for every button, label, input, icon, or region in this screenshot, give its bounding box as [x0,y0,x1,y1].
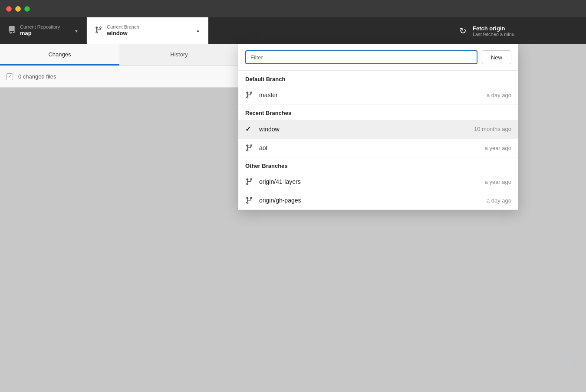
branch-time-master: a day ago [487,92,511,98]
branch-item-41-layers[interactable]: origin/41-layers a year ago [238,173,518,191]
branch-item-aot[interactable]: aot a year ago [238,139,518,157]
fullscreen-button[interactable] [24,6,30,12]
branch-name-master: master [259,91,487,98]
branch-icon-41-layers [245,178,255,186]
branch-name-window: window [259,126,474,133]
fetch-text: Fetch origin Last fetched a minu [473,25,514,37]
branch-check-window: ✓ [245,125,255,133]
changed-files-row: ✓ 0 changed files [0,66,239,88]
changed-files-label: 0 changed files [18,73,56,80]
fetch-icon: ↻ [459,26,467,36]
branch-icon-aot [245,144,255,152]
branch-time-aot: a year ago [485,145,511,151]
recent-branch-header: Recent Branches [238,105,518,120]
branch-time-41-layers: a year ago [485,179,511,185]
branch-icon [95,26,102,36]
default-branch-header: Default Branch [238,71,518,86]
branch-icon-master [245,91,255,99]
branch-dropdown: New Default Branch master a day ago Rece… [238,44,518,210]
title-bar [0,0,586,17]
repo-dropdown-arrow: ▼ [74,29,79,33]
fetch-origin-section[interactable]: ↻ Fetch origin Last fetched a minu [451,17,586,44]
minimize-button[interactable] [15,6,21,12]
filter-input[interactable] [245,50,477,64]
diamond-deco-icon: ◇ [572,358,577,366]
tab-bar: Changes History [0,44,239,66]
current-repo-section[interactable]: Current Repository map ▼ [0,17,87,44]
branch-name-aot: aot [259,144,485,151]
branch-name-41-layers: origin/41-layers [259,178,485,185]
branch-item-gh-pages[interactable]: origin/gh-pages a day ago [238,191,518,210]
close-button[interactable] [6,6,12,12]
other-branch-header: Other Branches [238,157,518,173]
circle-deco-icon: ○ [573,324,577,332]
current-branch-section[interactable]: Current Branch window ▼ [87,17,208,44]
new-branch-button[interactable]: New [482,50,511,64]
decorative-icons: ○ ◇ [572,324,577,366]
branch-name-gh-pages: origin/gh-pages [259,197,487,204]
tab-history[interactable]: History [119,44,239,65]
repo-value: map [20,30,60,37]
branch-text: Current Branch window [107,24,139,37]
branch-value: window [107,30,139,37]
branch-icon-gh-pages [245,196,255,204]
repo-icon [8,26,16,36]
fetch-subtitle: Last fetched a minu [473,32,514,37]
filter-bar: New [238,44,518,71]
repo-text: Current Repository map [20,24,60,37]
select-all-checkbox[interactable]: ✓ [6,73,13,80]
tab-changes[interactable]: Changes [0,44,119,65]
branch-time-window: 10 months ago [474,126,511,132]
left-panel [0,44,239,392]
branch-item-master[interactable]: master a day ago [238,86,518,105]
traffic-lights [6,6,30,12]
fetch-title: Fetch origin [473,25,514,32]
branch-label: Current Branch [107,24,139,30]
branch-item-window[interactable]: ✓ window 10 months ago [238,120,518,139]
repo-label: Current Repository [20,24,60,30]
branch-dropdown-arrow: ▼ [196,29,200,33]
branch-time-gh-pages: a day ago [487,197,511,204]
